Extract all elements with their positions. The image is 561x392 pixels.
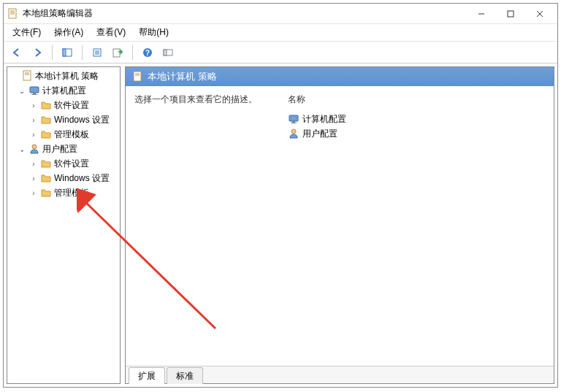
chevron-right-icon[interactable]: › — [29, 174, 38, 182]
tree-root[interactable]: 本地计算机 策略 — [7, 69, 120, 83]
svg-rect-26 — [134, 72, 141, 81]
list-item-label: 计算机配置 — [302, 113, 346, 126]
folder-icon — [40, 128, 52, 140]
user-icon — [288, 128, 299, 139]
svg-rect-19 — [23, 71, 31, 80]
help-button[interactable]: ? — [139, 44, 156, 61]
svg-rect-9 — [63, 49, 66, 56]
svg-rect-14 — [113, 49, 120, 57]
menu-file[interactable]: 文件(F) — [7, 24, 47, 41]
tree-user-config[interactable]: ⌄ 用户配置 — [7, 142, 120, 156]
toolbar-separator — [132, 45, 133, 60]
policy-icon — [131, 71, 143, 82]
tree-software-settings[interactable]: › 软件设置 — [7, 156, 120, 171]
detail-body: 选择一个项目来查看它的描述。 名称 计算机配置 用户配置 — [126, 86, 554, 366]
tab-extended[interactable]: 扩展 — [129, 367, 165, 384]
toolbar: ? — [4, 42, 557, 64]
svg-rect-29 — [289, 115, 298, 121]
chevron-right-icon[interactable]: › — [29, 160, 38, 168]
detail-header: 本地计算机 策略 — [126, 67, 554, 86]
chevron-down-icon[interactable]: ⌄ — [18, 87, 26, 95]
folder-icon — [40, 172, 52, 184]
tree-panel[interactable]: 本地计算机 策略 ⌄ 计算机配置 › 软件设置 › — [7, 66, 121, 384]
tab-standard[interactable]: 标准 — [167, 367, 203, 384]
tree-label: Windows 设置 — [54, 114, 110, 126]
menu-view[interactable]: 查看(V) — [91, 24, 131, 41]
tree-admin-templates[interactable]: › 管理模板 — [7, 185, 120, 200]
svg-text:?: ? — [145, 49, 150, 57]
list-item-label: 用户配置 — [302, 128, 337, 140]
chevron-right-icon[interactable]: › — [29, 116, 38, 124]
back-button[interactable] — [8, 44, 26, 61]
tab-strip: 扩展 标准 — [126, 366, 554, 383]
svg-point-32 — [291, 129, 296, 134]
titlebar: 本地组策略编辑器 — [4, 4, 557, 24]
computer-icon — [28, 85, 40, 96]
tree-label: 用户配置 — [42, 143, 77, 155]
description-text: 选择一个项目来查看它的描述。 — [134, 93, 266, 361]
content-area: 本地计算机 策略 ⌄ 计算机配置 › 软件设置 › — [4, 64, 557, 387]
svg-rect-5 — [508, 11, 514, 17]
chevron-right-icon[interactable]: › — [29, 101, 38, 109]
svg-rect-18 — [164, 50, 167, 55]
folder-icon — [40, 99, 52, 111]
svg-rect-22 — [30, 87, 39, 93]
tree-label: 软件设置 — [54, 99, 89, 112]
computer-icon — [288, 113, 299, 125]
detail-panel: 本地计算机 策略 选择一个项目来查看它的描述。 名称 计算机配置 — [125, 66, 554, 384]
list-item[interactable]: 用户配置 — [288, 126, 545, 141]
tree-software-settings[interactable]: › 软件设置 — [7, 98, 120, 112]
detail-header-title: 本地计算机 策略 — [148, 70, 217, 83]
minimize-button[interactable] — [467, 4, 496, 23]
export-list-button[interactable] — [109, 44, 126, 61]
tree-label: 管理模板 — [54, 187, 89, 199]
window-controls — [467, 4, 554, 23]
folder-icon — [40, 158, 52, 169]
svg-rect-24 — [31, 94, 37, 95]
folder-icon — [40, 187, 52, 199]
svg-point-25 — [32, 145, 37, 149]
list-item[interactable]: 计算机配置 — [288, 112, 545, 126]
column-header-name[interactable]: 名称 — [288, 93, 545, 106]
app-window: 本地组策略编辑器 文件(F) 操作(A) 查看(V) 帮助(H) — [3, 3, 558, 388]
tree-label: 管理模板 — [54, 128, 89, 141]
tree-windows-settings[interactable]: › Windows 设置 — [7, 171, 120, 185]
menu-action[interactable]: 操作(A) — [48, 24, 89, 41]
show-hide-tree-button[interactable] — [58, 44, 76, 61]
toolbar-separator — [82, 45, 83, 60]
chevron-right-icon[interactable]: › — [29, 131, 38, 139]
close-button[interactable] — [525, 4, 554, 23]
user-icon — [28, 143, 40, 155]
svg-rect-31 — [291, 123, 297, 123]
policy-icon — [21, 70, 33, 82]
menu-help[interactable]: 帮助(H) — [133, 24, 175, 41]
filter-button[interactable] — [159, 44, 177, 61]
tree-label: 本地计算机 策略 — [35, 70, 99, 82]
app-icon — [7, 8, 18, 20]
chevron-right-icon[interactable]: › — [29, 189, 38, 197]
properties-button[interactable] — [88, 44, 106, 61]
forward-button[interactable] — [28, 44, 46, 61]
tree-label: Windows 设置 — [54, 172, 110, 185]
items-list: 名称 计算机配置 用户配置 — [288, 93, 545, 361]
svg-rect-30 — [292, 121, 295, 123]
svg-rect-23 — [33, 93, 36, 94]
maximize-button[interactable] — [496, 4, 525, 23]
menubar: 文件(F) 操作(A) 查看(V) 帮助(H) — [4, 24, 557, 42]
tree-windows-settings[interactable]: › Windows 设置 — [7, 112, 120, 127]
window-title: 本地组策略编辑器 — [23, 7, 467, 20]
toolbar-separator — [52, 45, 53, 60]
tree-label: 计算机配置 — [42, 85, 86, 97]
folder-icon — [40, 114, 52, 126]
tree-label: 软件设置 — [54, 158, 89, 170]
chevron-down-icon[interactable]: ⌄ — [18, 145, 26, 153]
tree-computer-config[interactable]: ⌄ 计算机配置 — [7, 83, 120, 98]
tree-admin-templates[interactable]: › 管理模板 — [7, 127, 120, 142]
